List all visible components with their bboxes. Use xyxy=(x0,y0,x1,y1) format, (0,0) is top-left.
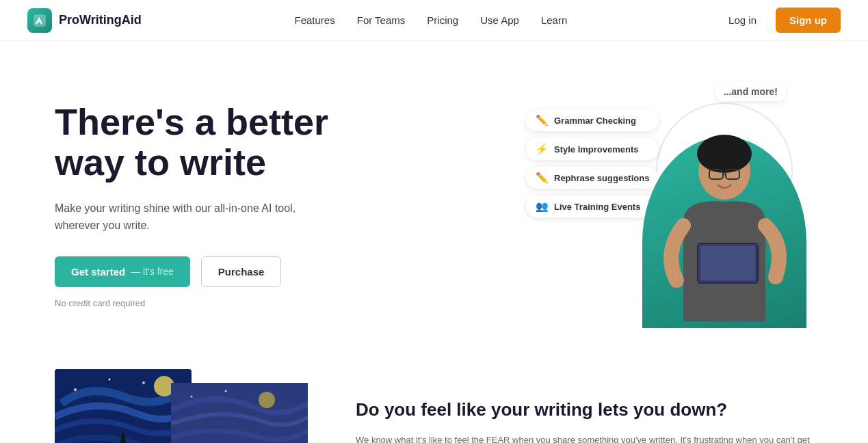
hero-subtitle: Make your writing shine with our all-in-… xyxy=(55,200,315,234)
svg-rect-8 xyxy=(700,246,755,280)
navbar: ProWritingAid Features For Teams Pricing… xyxy=(0,0,868,41)
style-icon: ⚡ xyxy=(536,143,549,155)
grammar-icon: ✏️ xyxy=(536,114,549,126)
second-text: Do you feel like your writing lets you d… xyxy=(356,399,813,443)
person-svg xyxy=(649,130,800,328)
overlay-svg xyxy=(171,383,308,443)
overlay-image xyxy=(171,383,308,443)
nav-learn[interactable]: Learn xyxy=(541,14,567,26)
get-started-label: Get started xyxy=(71,266,125,278)
svg-point-2 xyxy=(697,135,752,173)
second-section-body: We know what it's like to feel the FEAR … xyxy=(356,433,813,443)
nav-actions: Log in Sign up xyxy=(720,8,841,33)
and-more-badge: ...and more! xyxy=(715,82,786,101)
svg-point-20 xyxy=(259,392,275,408)
logo[interactable]: ProWritingAid xyxy=(27,8,142,33)
free-label: — it's free xyxy=(131,266,174,277)
second-section: My idea in my head Do you feel like your… xyxy=(0,355,868,443)
svg-point-21 xyxy=(191,396,193,398)
signup-button[interactable]: Sign up xyxy=(776,8,841,33)
logo-icon xyxy=(27,8,52,33)
login-button[interactable]: Log in xyxy=(720,9,765,31)
no-credit-text: No credit card required xyxy=(55,298,328,308)
second-images: My idea in my head xyxy=(55,369,315,443)
hero-section: There's a better way to write Make your … xyxy=(0,41,868,355)
nav-pricing[interactable]: Pricing xyxy=(427,14,458,26)
nav-use-app[interactable]: Use App xyxy=(480,14,519,26)
svg-point-12 xyxy=(109,379,111,381)
svg-point-11 xyxy=(74,388,77,391)
nav-for-teams[interactable]: For Teams xyxy=(357,14,406,26)
person-illustration xyxy=(629,123,806,328)
svg-point-13 xyxy=(142,381,145,384)
svg-point-22 xyxy=(225,390,227,392)
hero-left: There's a better way to write Make your … xyxy=(55,102,328,308)
purchase-button[interactable]: Purchase xyxy=(201,256,282,287)
logo-text: ProWritingAid xyxy=(59,13,142,27)
nav-features[interactable]: Features xyxy=(295,14,335,26)
hero-title: There's a better way to write xyxy=(55,102,328,183)
hero-illustration: ...and more! ✏️ Grammar Checking ⚡ Style… xyxy=(526,82,813,328)
hero-cta: Get started — it's free Purchase xyxy=(55,256,328,287)
rephrase-icon: ✏️ xyxy=(536,172,549,184)
second-section-title: Do you feel like your writing lets you d… xyxy=(356,399,813,422)
get-started-button[interactable]: Get started — it's free xyxy=(55,256,190,287)
training-icon: 👥 xyxy=(536,200,549,213)
nav-links: Features For Teams Pricing Use App Learn xyxy=(295,14,568,27)
